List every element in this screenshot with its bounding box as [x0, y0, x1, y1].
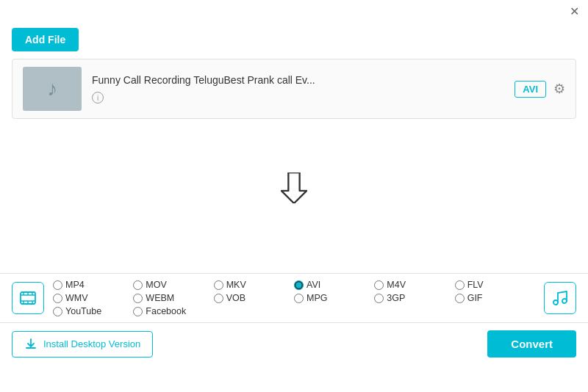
settings-icon[interactable]: ⚙ — [553, 81, 565, 97]
format-option-facebook[interactable]: Facebook — [133, 306, 213, 316]
arrow-container — [281, 173, 307, 203]
format-radio-youtube[interactable] — [53, 307, 62, 316]
format-label-webm: WEBM — [146, 293, 174, 303]
format-radio-3gp[interactable] — [374, 294, 384, 303]
file-item: ♪ Funny Call Recording TeluguBest Prank … — [12, 59, 576, 118]
install-label: Install Desktop Version — [43, 338, 140, 349]
format-radio-m4v[interactable] — [374, 280, 384, 290]
format-option-webm[interactable]: WEBM — [133, 293, 213, 303]
format-label-mov: MOV — [146, 280, 166, 290]
format-radio-avi[interactable] — [294, 280, 304, 290]
bottom-bar: Install Desktop Version Convert — [0, 323, 588, 365]
format-label-mkv: MKV — [226, 280, 246, 290]
video-format-icon-button[interactable] — [12, 282, 44, 314]
format-label-mpg: MPG — [306, 293, 327, 303]
content-area — [0, 119, 588, 273]
format-bar: MP4 MOV MKV AVI M4V FLV WMV WEBM — [0, 273, 588, 323]
format-label-wmv: WMV — [65, 293, 88, 303]
file-name: Funny Call Recording TeluguBest Prank ca… — [92, 74, 514, 86]
format-option-mov[interactable]: MOV — [133, 280, 213, 290]
format-radio-facebook[interactable] — [133, 307, 143, 316]
format-radio-mkv[interactable] — [214, 280, 223, 290]
audio-format-icon-button[interactable] — [544, 282, 576, 314]
format-option-flv[interactable]: FLV — [455, 280, 535, 290]
svg-point-10 — [553, 300, 558, 305]
format-label-gif: GIF — [467, 293, 483, 303]
format-option-mp4[interactable]: MP4 — [53, 280, 133, 290]
format-label-flv: FLV — [467, 280, 484, 290]
format-badge[interactable]: AVI — [514, 81, 546, 98]
format-option-avi[interactable]: AVI — [294, 280, 374, 290]
title-bar: ✕ — [0, 0, 588, 23]
format-option-mkv[interactable]: MKV — [214, 280, 294, 290]
format-radio-mpg[interactable] — [294, 294, 304, 303]
close-button[interactable]: ✕ — [570, 6, 579, 18]
format-label-mp4: MP4 — [65, 280, 85, 290]
format-option-mpg[interactable]: MPG — [294, 293, 374, 303]
format-option-wmv[interactable]: WMV — [53, 293, 133, 303]
file-actions: AVI ⚙ — [514, 81, 565, 98]
audio-icon — [551, 289, 569, 307]
file-list: ♪ Funny Call Recording TeluguBest Prank … — [12, 59, 576, 119]
format-radio-vob[interactable] — [214, 294, 223, 303]
format-label-3gp: 3GP — [387, 293, 405, 303]
format-radio-mp4[interactable] — [53, 280, 62, 290]
format-radio-gif[interactable] — [455, 294, 465, 303]
toolbar: Add File — [0, 23, 588, 59]
format-option-vob[interactable]: VOB — [214, 293, 294, 303]
file-thumbnail: ♪ — [23, 67, 82, 111]
file-info: Funny Call Recording TeluguBest Prank ca… — [92, 74, 514, 104]
format-label-vob: VOB — [226, 293, 245, 303]
svg-marker-0 — [282, 173, 306, 203]
format-option-youtube[interactable]: YouTube — [53, 306, 133, 316]
download-icon — [24, 338, 37, 351]
format-option-gif[interactable]: GIF — [455, 293, 535, 303]
music-note-icon: ♪ — [47, 77, 57, 101]
format-label-m4v: M4V — [387, 280, 406, 290]
info-icon[interactable]: i — [92, 92, 104, 104]
format-options: MP4 MOV MKV AVI M4V FLV WMV WEBM — [53, 280, 535, 316]
install-desktop-button[interactable]: Install Desktop Version — [12, 331, 153, 357]
down-arrow-icon — [281, 173, 307, 203]
format-label-youtube: YouTube — [65, 306, 101, 316]
format-label-avi: AVI — [306, 280, 320, 290]
format-label-facebook: Facebook — [146, 306, 186, 316]
add-file-button[interactable]: Add File — [12, 28, 79, 51]
format-radio-mov[interactable] — [133, 280, 143, 290]
format-radio-flv[interactable] — [455, 280, 465, 290]
convert-button[interactable]: Convert — [487, 330, 576, 357]
format-radio-webm[interactable] — [133, 294, 143, 303]
film-icon — [19, 289, 37, 307]
format-radio-wmv[interactable] — [53, 294, 62, 303]
format-option-3gp[interactable]: 3GP — [374, 293, 454, 303]
format-option-m4v[interactable]: M4V — [374, 280, 454, 290]
